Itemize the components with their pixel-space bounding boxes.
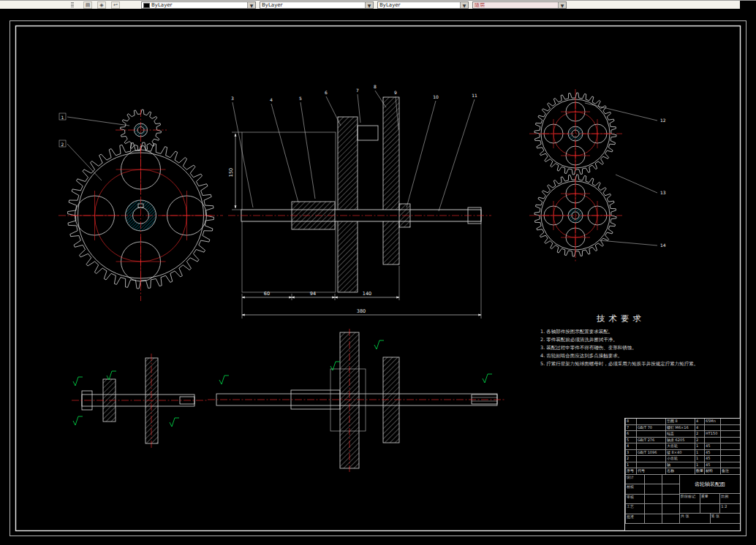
dimension-label: 380 [357, 308, 366, 314]
technical-requirements: 技术要求 1. 各轴部件按图示配置要求装配。 2. 零件装配前必须清洗并擦拭干净… [540, 313, 698, 367]
plotstyle-combo[interactable]: 随层 ▼ [472, 1, 567, 9]
linetype-combo[interactable]: ByLayer ▼ [260, 1, 374, 9]
chevron-down-icon[interactable]: ▼ [558, 2, 566, 8]
field-check: 校核 [625, 484, 644, 494]
dimension-label: 150 [228, 168, 234, 177]
svg-text:11: 11 [472, 93, 477, 98]
lineweight-combo[interactable]: ByLayer ▼ [377, 1, 469, 9]
chevron-down-icon[interactable]: ▼ [247, 2, 255, 8]
scale-value: 1:2 [719, 504, 740, 514]
svg-text:3: 3 [231, 96, 234, 101]
svg-text:1: 1 [61, 115, 64, 120]
field-review: 审核 [625, 495, 644, 504]
lineweight-combo-value: ByLayer [379, 2, 400, 8]
field-stage: 阶段标记 [679, 494, 700, 504]
tech-requirements-line: 1. 各轴部件按图示配置要求装配。 [540, 329, 613, 335]
svg-text:6: 6 [325, 90, 328, 95]
svg-text:10: 10 [433, 94, 439, 99]
svg-text:4: 4 [270, 97, 273, 102]
toolbar-corner [740, 1, 756, 9]
svg-text:7: 7 [356, 88, 359, 93]
svg-text:2: 2 [61, 142, 64, 147]
svg-text:13: 13 [660, 190, 666, 195]
field-approve: 批准 [625, 514, 644, 524]
toolbar: ▤ ◈ ↩ ByLayer ▼ ByLayer ▼ ByLayer ▼ 随层 ▼ [0, 0, 756, 9]
dimension-label: 94 [310, 291, 316, 297]
toolbar-grip[interactable] [71, 2, 74, 8]
linetype-combo-value: ByLayer [262, 2, 282, 8]
tech-requirements-line: 5. 拧紧行星架力矩球面螺母时，必须采用力矩扳手并按规定拧紧力矩拧紧。 [540, 361, 698, 367]
dimension-label: 140 [363, 291, 371, 297]
layer-previous-icon[interactable]: ↩ [111, 1, 120, 9]
parts-list: 8垫圈 8465Mn7GB/T 70螺钉 M6×1646端盖2HT1505GB/… [625, 419, 740, 468]
field-sheet-no: 第 张 [710, 514, 741, 524]
shaft-section-view [241, 97, 481, 292]
tech-requirements-line: 2. 零件装配前必须清洗并擦拭干净。 [540, 337, 618, 343]
application-window: { "toolbar": { "color_combo": "ByLayer",… [0, 0, 756, 545]
parts-list-header: 序号代号名称数量材料备注 [625, 468, 740, 475]
tech-requirements-line: 4. 齿轮副啮合面应达到多点接触要求。 [540, 353, 622, 359]
current-color-swatch-icon [143, 3, 150, 8]
make-object-layer-current-icon[interactable]: ◈ [97, 1, 106, 9]
svg-text:5: 5 [299, 96, 302, 101]
tech-requirements-title: 技术要求 [596, 313, 645, 324]
field-design: 设计 [625, 475, 644, 484]
field-scale: 比例 [719, 494, 740, 504]
signature-grid: 设计 校核 审核 工艺 批准 [625, 475, 679, 524]
color-combo-value: ByLayer [151, 2, 172, 8]
svg-text:8: 8 [374, 84, 377, 89]
svg-text:14: 14 [660, 243, 666, 248]
title-block: 8垫圈 8465Mn7GB/T 70螺钉 M6×1646端盖2HT1505GB/… [624, 418, 741, 531]
chevron-down-icon[interactable]: ▼ [365, 2, 373, 8]
drawing-title: 齿轮轴装配图 [679, 475, 740, 494]
field-weight: 重量 [700, 494, 720, 504]
layer-properties-icon[interactable]: ▤ [83, 1, 92, 9]
svg-text:9: 9 [394, 90, 397, 95]
plotstyle-combo-value: 随层 [475, 1, 485, 9]
color-combo[interactable]: ByLayer ▼ [141, 1, 256, 9]
title-grid: 齿轮轴装配图 阶段标记 重量 比例 1:2 共 张 第 张 [679, 475, 740, 524]
svg-text:12: 12 [660, 118, 666, 123]
chevron-down-icon[interactable]: ▼ [460, 2, 468, 8]
tech-requirements-line: 3. 装配过程中零件不得有碰伤、变形和锈蚀。 [540, 345, 637, 351]
field-sheets: 共 张 [679, 514, 710, 524]
title-section: 设计 校核 审核 工艺 批准 齿轮轴装配图 阶段标记 重量 比例 1:2 共 张… [625, 475, 740, 524]
dimension-label: 60 [264, 291, 270, 297]
field-process: 工艺 [625, 504, 644, 514]
